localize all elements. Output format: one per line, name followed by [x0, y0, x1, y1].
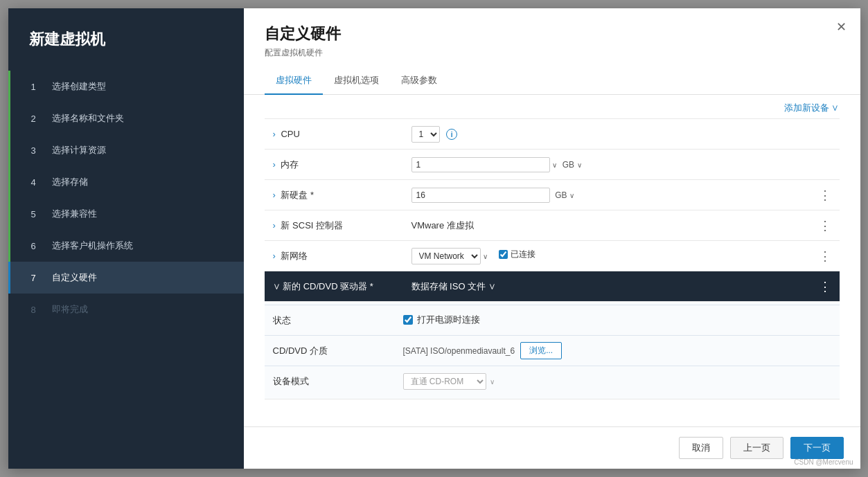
- cpu-info-icon[interactable]: i: [446, 129, 457, 140]
- cddvd-status-inner: 状态 打开电源时连接: [265, 305, 840, 335]
- cddvd-status-label: 状态: [265, 314, 403, 327]
- sidebar-item-1[interactable]: 1 选择创建类型: [8, 71, 244, 102]
- memory-unit-arrow: ∨: [577, 161, 582, 169]
- sidebar-label-4: 选择存储: [52, 176, 88, 188]
- cddvd-status-value: 打开电源时连接: [403, 314, 840, 327]
- cddvd-more-button[interactable]: ⋮: [816, 280, 834, 293]
- hardware-table: › CPU 1 2 4 8 i: [265, 118, 840, 399]
- cancel-button[interactable]: 取消: [679, 437, 723, 459]
- sidebar-label-2: 选择名称和文件夹: [52, 112, 124, 125]
- power-on-connected-label: 打开电源时连接: [417, 314, 480, 326]
- network-dropdown-arrow: ∨: [483, 253, 488, 260]
- network-actions: ⋮: [816, 241, 840, 271]
- sidebar-item-2[interactable]: 2 选择名称和文件夹: [8, 102, 244, 134]
- main-title: 自定义硬件: [265, 24, 840, 44]
- cddvd-dropdown-arrow: ∨: [488, 281, 496, 291]
- step-num-4: 4: [31, 177, 44, 188]
- scsi-value: VMware 准虚拟: [403, 210, 816, 241]
- disk-unit-arrow: ∨: [569, 192, 574, 199]
- step-num-5: 5: [31, 209, 44, 219]
- cpu-label[interactable]: › CPU: [265, 119, 403, 150]
- browse-button[interactable]: 浏览...: [520, 342, 562, 359]
- cddvd-expanded-cell: 状态 打开电源时连接: [265, 302, 840, 399]
- cddvd-device-mode-inner: 设备模式 直通 CD-ROM ∨: [265, 366, 840, 396]
- disk-value: GB ∨: [403, 180, 816, 210]
- scsi-type: VMware 准虚拟: [411, 220, 474, 231]
- cpu-actions: [816, 119, 840, 150]
- cpu-value: 1 2 4 8 i: [403, 119, 816, 150]
- connected-checkbox[interactable]: [499, 250, 508, 259]
- sidebar-label-6: 选择客户机操作系统: [52, 240, 133, 252]
- cpu-count-select[interactable]: 1 2 4 8: [411, 126, 440, 143]
- power-on-connected-checkbox[interactable]: [403, 315, 413, 325]
- cddvd-status-row: 状态 打开电源时连接: [265, 302, 840, 399]
- add-device-button[interactable]: 添加新设备 ∨: [784, 102, 840, 114]
- sidebar-label-1: 选择创建类型: [52, 80, 106, 93]
- scsi-actions: ⋮: [816, 210, 840, 241]
- cddvd-label[interactable]: ∨ 新的 CD/DVD 驱动器 *: [265, 271, 403, 302]
- modal-dialog: 新建虚拟机 1 选择创建类型 2 选择名称和文件夹 3 选择计算资源 4 选择存…: [8, 8, 860, 469]
- sidebar-item-8[interactable]: 8 即将完成: [8, 294, 244, 325]
- cddvd-value: 数据存储 ISO 文件 ∨: [403, 271, 816, 302]
- memory-actions: [816, 150, 840, 180]
- cd-section: 状态 打开电源时连接: [265, 302, 840, 399]
- watermark: CSDN @Mercvenu: [794, 458, 853, 466]
- step-num-3: 3: [31, 145, 44, 156]
- expand-arrow-icon: ›: [273, 190, 276, 200]
- network-label[interactable]: › 新网络: [265, 241, 403, 271]
- disk-size-input[interactable]: [411, 188, 550, 203]
- device-mode-select[interactable]: 直通 CD-ROM: [403, 373, 486, 390]
- sidebar: 新建虚拟机 1 选择创建类型 2 选择名称和文件夹 3 选择计算资源 4 选择存…: [8, 8, 244, 469]
- memory-label[interactable]: › 内存: [265, 150, 403, 180]
- sidebar-item-6[interactable]: 6 选择客户机操作系统: [8, 230, 244, 262]
- prev-button[interactable]: 上一页: [730, 437, 783, 459]
- disk-row: › 新硬盘 * GB ∨ ⋮: [265, 180, 840, 210]
- device-mode-arrow: ∨: [490, 378, 495, 386]
- cddvd-device-mode-label: 设备模式: [265, 375, 403, 388]
- content-area: 添加新设备 ∨ › CPU 1 2 4: [244, 95, 860, 426]
- main-header: 自定义硬件 配置虚拟机硬件 虚拟硬件 虚拟机选项 高级参数: [244, 8, 860, 95]
- main-subtitle: 配置虚拟机硬件: [265, 47, 840, 59]
- memory-unit: GB: [563, 160, 574, 170]
- sidebar-label-8: 即将完成: [52, 303, 88, 316]
- sidebar-item-3[interactable]: 3 选择计算资源: [8, 134, 244, 166]
- sidebar-item-7[interactable]: 7 自定义硬件: [8, 262, 244, 294]
- scsi-label[interactable]: › 新 SCSI 控制器: [265, 210, 403, 241]
- tab-advanced[interactable]: 高级参数: [390, 69, 448, 95]
- footer: 取消 上一页 下一页: [244, 426, 860, 469]
- cddvd-media-label: CD/DVD 介质: [265, 345, 403, 357]
- tab-bar: 虚拟硬件 虚拟机选项 高级参数: [265, 69, 840, 94]
- expand-arrow-icon: ›: [273, 251, 276, 261]
- cddvd-status-checkbox-wrapper: 打开电源时连接: [403, 314, 480, 326]
- memory-value: ∨ GB ∨: [403, 150, 816, 180]
- disk-unit: GB: [555, 190, 567, 200]
- scsi-more-button[interactable]: ⋮: [816, 219, 834, 232]
- tab-virtual-hardware[interactable]: 虚拟硬件: [265, 69, 323, 95]
- step-num-2: 2: [31, 114, 44, 124]
- close-button[interactable]: ✕: [836, 21, 847, 33]
- disk-actions: ⋮: [816, 180, 840, 210]
- connected-label: 已连接: [511, 249, 535, 260]
- network-row: › 新网络 VM Network ∨ 已连接: [265, 241, 840, 271]
- expand-arrow-icon: ›: [273, 129, 276, 139]
- tab-vm-options[interactable]: 虚拟机选项: [323, 69, 390, 95]
- sidebar-item-4[interactable]: 4 选择存储: [8, 166, 244, 198]
- cddvd-actions: ⋮: [816, 271, 840, 302]
- network-more-button[interactable]: ⋮: [816, 250, 834, 262]
- scsi-row: › 新 SCSI 控制器 VMware 准虚拟 ⋮: [265, 210, 840, 241]
- memory-row: › 内存 ∨ GB ∨: [265, 150, 840, 180]
- disk-label[interactable]: › 新硬盘 *: [265, 180, 403, 210]
- step-num-1: 1: [31, 82, 44, 92]
- media-filename: [SATA] ISO/openmediavault_6: [403, 346, 515, 356]
- add-device-row: 添加新设备 ∨: [265, 95, 840, 118]
- memory-input[interactable]: [411, 157, 550, 172]
- cpu-row: › CPU 1 2 4 8 i: [265, 119, 840, 150]
- sidebar-label-3: 选择计算资源: [52, 144, 106, 156]
- next-button[interactable]: 下一页: [790, 437, 844, 459]
- cddvd-expand-icon: ∨: [273, 281, 281, 291]
- network-select[interactable]: VM Network: [411, 248, 481, 264]
- cddvd-header-row: ∨ 新的 CD/DVD 驱动器 * 数据存储 ISO 文件 ∨ ⋮: [265, 271, 840, 302]
- sidebar-item-5[interactable]: 5 选择兼容性: [8, 198, 244, 230]
- disk-more-button[interactable]: ⋮: [816, 189, 834, 201]
- cddvd-media-inner: CD/DVD 介质 [SATA] ISO/openmediavault_6 浏览…: [265, 335, 840, 366]
